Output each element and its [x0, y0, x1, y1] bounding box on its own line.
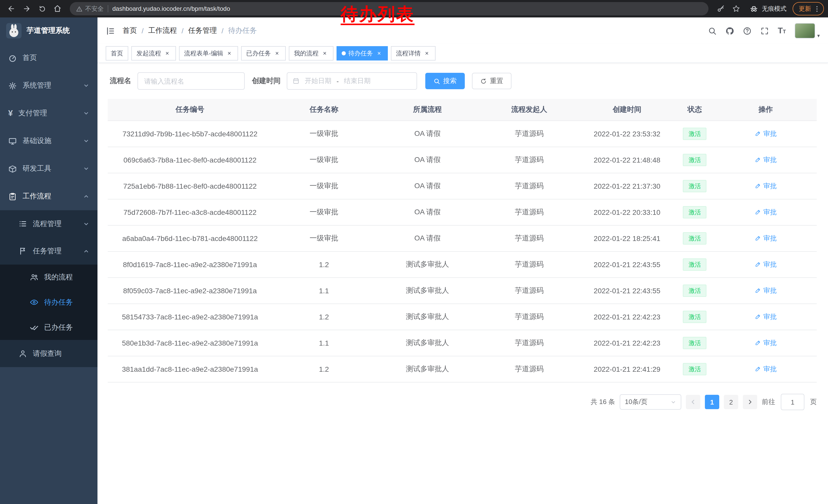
app-title: 芋道管理系统	[27, 26, 70, 35]
cell-process: 测试多审批人	[376, 304, 480, 330]
search-button[interactable]: 搜索	[425, 73, 465, 89]
close-icon[interactable]: ×	[226, 50, 233, 57]
browser-menu-icon[interactable]	[813, 5, 821, 12]
cell-task-name: 1.1	[272, 330, 376, 356]
status-badge: 激活	[683, 259, 707, 271]
approve-link[interactable]: 审批	[755, 286, 777, 295]
reset-button[interactable]: 重置	[472, 73, 511, 89]
sidebar-item-home[interactable]: 首页	[0, 44, 97, 72]
sidebar-item-todo-task[interactable]: 待办任务	[0, 290, 97, 315]
fullscreen-icon[interactable]	[760, 27, 769, 35]
sidebar-item-infra[interactable]: 基础设施	[0, 127, 97, 155]
cell-created: 2022-01-22 20:33:10	[579, 199, 675, 225]
tab-todo-task[interactable]: 待办任务×	[336, 46, 388, 60]
breadcrumb-task-management[interactable]: 任务管理	[188, 26, 217, 35]
close-icon[interactable]: ×	[274, 50, 281, 57]
tab-home[interactable]: 首页	[106, 46, 128, 60]
user-menu[interactable]: ▾	[795, 23, 820, 39]
help-icon[interactable]	[743, 27, 752, 35]
sidebar-item-label: 请假查询	[33, 349, 61, 358]
back-button[interactable]	[4, 2, 18, 16]
cell-created: 2022-01-21 22:43:55	[579, 278, 675, 304]
omnibox-divider	[108, 5, 108, 12]
sidebar-item-task-management[interactable]: 任务管理	[0, 237, 97, 265]
home-button[interactable]	[50, 2, 65, 16]
cell-task-id: 381aa1dd-7ac8-11ec-a9e2-a2380e71991a	[108, 356, 272, 382]
sidebar-item-label: 流程管理	[33, 219, 61, 228]
table-row: 725a1eb6-7b88-11ec-8ef0-acde48001122 一级审…	[108, 173, 817, 199]
sidebar-item-my-process[interactable]: 我的流程	[0, 265, 97, 290]
close-icon[interactable]: ×	[321, 50, 328, 57]
approve-link[interactable]: 审批	[755, 182, 777, 191]
approve-link[interactable]: 审批	[755, 155, 777, 165]
cell-created: 2022-01-21 22:42:23	[579, 330, 675, 356]
approve-link[interactable]: 审批	[755, 338, 777, 348]
tab-done-task[interactable]: 已办任务×	[241, 46, 286, 60]
not-secure-warning[interactable]: 不安全	[76, 4, 104, 13]
tab-form-edit[interactable]: 流程表单-编辑×	[179, 46, 238, 60]
search-icon[interactable]	[708, 27, 717, 35]
page-size-select[interactable]: 10条/页	[620, 394, 681, 410]
sidebar-toggle-icon[interactable]	[106, 26, 115, 36]
logo-bunny-icon	[6, 23, 22, 39]
cell-initiator: 芋道源码	[479, 330, 579, 356]
cell-initiator: 芋道源码	[479, 147, 579, 173]
tab-process-detail[interactable]: 流程详情×	[391, 46, 436, 60]
font-size-icon[interactable]: TT	[778, 27, 786, 35]
column-header-process: 所属流程	[376, 99, 480, 121]
update-button[interactable]: 更新	[793, 2, 824, 15]
address-bar[interactable]: 不安全 dashboard.yudao.iocoder.cn/bpm/task/…	[70, 2, 708, 15]
approve-link[interactable]: 审批	[755, 234, 777, 243]
toolbox-icon	[8, 164, 17, 173]
prev-page-button[interactable]	[686, 395, 700, 409]
process-name-input[interactable]	[137, 72, 245, 90]
cell-created: 2022-01-22 18:25:41	[579, 225, 675, 251]
range-separator: -	[336, 77, 339, 85]
forward-button[interactable]	[19, 2, 34, 16]
approve-link[interactable]: 审批	[755, 129, 777, 138]
github-icon[interactable]	[726, 27, 734, 35]
tab-start-process[interactable]: 发起流程×	[131, 46, 176, 60]
chevron-down-icon	[83, 138, 89, 144]
page-button-2[interactable]: 2	[724, 395, 738, 409]
approve-link[interactable]: 审批	[755, 208, 777, 217]
sidebar-item-system[interactable]: 系统管理	[0, 72, 97, 99]
page-button-1[interactable]: 1	[705, 395, 719, 409]
next-page-button[interactable]	[743, 395, 757, 409]
app-logo[interactable]: 芋道管理系统	[0, 17, 97, 44]
sidebar-item-label: 系统管理	[23, 81, 51, 90]
close-icon[interactable]: ×	[164, 50, 171, 57]
sidebar-item-devtools[interactable]: 研发工具	[0, 155, 97, 183]
sidebar-item-workflow[interactable]: 工作流程	[0, 183, 97, 210]
chevron-up-icon	[83, 248, 89, 254]
sidebar-item-payment[interactable]: ¥ 支付管理	[0, 99, 97, 127]
cell-actions: 审批	[715, 304, 817, 330]
close-icon[interactable]: ×	[376, 50, 383, 57]
reload-button[interactable]	[35, 2, 49, 16]
approve-link[interactable]: 审批	[755, 365, 777, 374]
column-header-created: 创建时间	[579, 99, 675, 121]
approve-link[interactable]: 审批	[755, 260, 777, 269]
approve-link[interactable]: 审批	[755, 312, 777, 321]
status-badge: 激活	[683, 311, 707, 323]
goto-page-input[interactable]	[781, 394, 804, 410]
person-icon	[18, 349, 27, 358]
cell-actions: 审批	[715, 121, 817, 147]
tab-my-process[interactable]: 我的流程×	[289, 46, 333, 60]
cell-initiator: 芋道源码	[479, 173, 579, 199]
create-time-range-picker[interactable]: 开始日期 - 结束日期	[287, 72, 417, 90]
password-key-icon[interactable]	[714, 2, 728, 16]
breadcrumb-workflow[interactable]: 工作流程	[148, 26, 177, 35]
close-icon[interactable]: ×	[423, 50, 430, 57]
cell-actions: 审批	[715, 330, 817, 356]
cell-status: 激活	[675, 199, 715, 225]
breadcrumb-home[interactable]: 首页	[123, 26, 137, 35]
cell-created: 2022-01-22 21:37:30	[579, 173, 675, 199]
active-dot	[342, 51, 346, 55]
bookmark-star-icon[interactable]	[729, 2, 743, 16]
end-date-placeholder: 结束日期	[344, 77, 371, 86]
cell-created: 2022-01-22 21:48:48	[579, 147, 675, 173]
sidebar-item-leave-query[interactable]: 请假查询	[0, 340, 97, 367]
sidebar-item-process-management[interactable]: 流程管理	[0, 210, 97, 237]
sidebar-item-done-task[interactable]: 已办任务	[0, 315, 97, 340]
